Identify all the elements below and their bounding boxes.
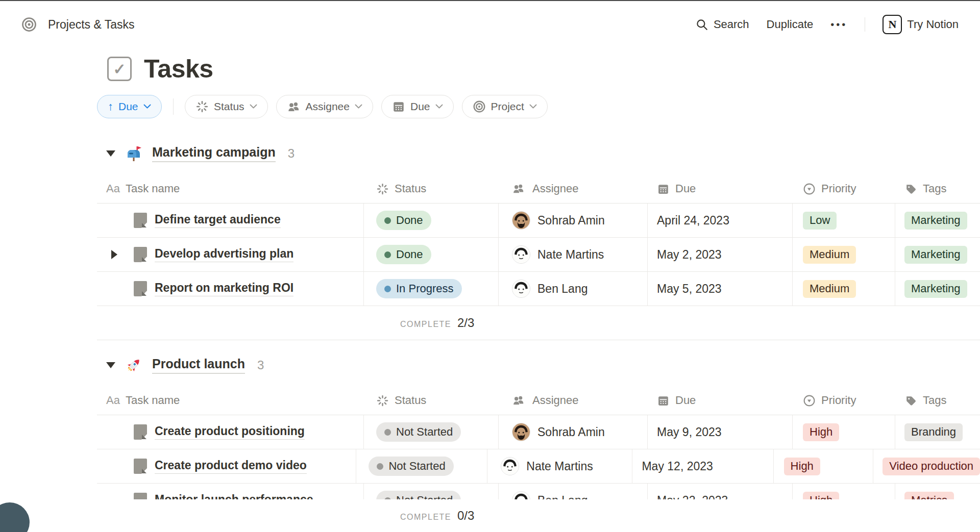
assignee-name: Nate Martins (537, 248, 604, 262)
filter-label: Due (410, 100, 430, 113)
tags-cell[interactable]: Video production (873, 449, 980, 483)
priority-cell[interactable]: High (774, 449, 874, 483)
target-icon (21, 17, 37, 32)
column-header-task-name[interactable]: AaTask name (97, 386, 364, 415)
text-icon: Aa (106, 394, 120, 407)
assignee-cell[interactable]: Nate Martins (487, 449, 632, 483)
assignee-name: Ben Lang (537, 282, 587, 296)
group-header: Marketing campaign 3 (106, 142, 980, 165)
calendar-icon (392, 100, 405, 113)
filter-pill-project[interactable]: Project (462, 95, 548, 118)
duplicate-button[interactable]: Duplicate (767, 18, 814, 31)
table-row[interactable]: Develop advertising plan Done Nate Marti… (97, 238, 980, 272)
status-dot-icon (384, 217, 391, 224)
checkbox-icon: ✓ (107, 57, 132, 81)
assignee-cell[interactable]: Nate Martins (499, 238, 648, 271)
tags-cell[interactable]: Marketing (895, 272, 980, 306)
priority-cell[interactable]: Low (793, 204, 895, 237)
group-count: 3 (257, 358, 264, 372)
priority-cell[interactable]: High (793, 415, 895, 449)
sort-pill-due[interactable]: ↑ Due (97, 95, 162, 118)
status-cell[interactable]: Not Started (364, 415, 499, 449)
assignee-name: Sohrab Amin (537, 214, 605, 227)
group-title[interactable]: Marketing campaign (152, 145, 276, 162)
column-header-tags[interactable]: Tags (895, 174, 980, 203)
assignee-cell[interactable]: Sohrab Amin (499, 204, 648, 237)
try-notion-button[interactable]: N Try Notion (883, 15, 959, 34)
filter-label: Status (214, 100, 244, 113)
group-title[interactable]: Product launch (152, 357, 245, 374)
chevron-down-icon (355, 104, 362, 109)
column-header-due[interactable]: Due (648, 386, 793, 415)
due-cell[interactable]: May 12, 2023 (632, 449, 773, 483)
due-cell[interactable]: May 2, 2023 (648, 238, 793, 271)
tag-pill: Branding (904, 423, 963, 441)
column-header-tags[interactable]: Tags (895, 386, 980, 415)
group-marketing-campaign: Marketing campaign 3 AaTask name Status … (97, 142, 980, 340)
sticky-calculation-row[interactable]: COMPLETE 0/3 (0, 499, 980, 532)
status-cell[interactable]: Done (364, 204, 499, 237)
task-title[interactable]: Develop advertising plan (155, 247, 293, 262)
more-options-button[interactable]: ••• (830, 19, 847, 31)
filter-pill-assignee[interactable]: Assignee (276, 95, 373, 118)
assignee-cell[interactable]: Ben Lang (499, 272, 648, 306)
tasks-table: AaTask name Status Assignee Due Priority… (97, 386, 980, 518)
due-cell[interactable]: May 9, 2023 (648, 415, 793, 449)
priority-pill: High (784, 458, 820, 475)
column-header-task-name[interactable]: AaTask name (97, 174, 364, 203)
column-header-due[interactable]: Due (648, 174, 793, 203)
people-icon (287, 100, 301, 114)
table-row[interactable]: Create product positioning Not Started S… (97, 415, 980, 449)
notion-logo-icon: N (883, 15, 902, 34)
filter-pill-status[interactable]: Status (185, 95, 268, 118)
status-cell[interactable]: Done (364, 238, 499, 271)
table-row[interactable]: Create product demo video Not Started Na… (97, 449, 980, 484)
tags-cell[interactable]: Marketing (895, 238, 980, 271)
calendar-icon (657, 183, 670, 195)
priority-cell[interactable]: Medium (793, 272, 895, 306)
row-expand-toggle[interactable] (111, 250, 134, 259)
column-header-assignee[interactable]: Assignee (499, 174, 648, 203)
calculation-row[interactable]: COMPLETE 2/3 (97, 306, 980, 340)
table-row[interactable]: Define target audience Done Sohrab Amin … (97, 204, 980, 238)
priority-cell[interactable]: Medium (793, 238, 895, 271)
column-header-assignee[interactable]: Assignee (499, 386, 648, 415)
status-cell[interactable]: Not Started (356, 449, 487, 483)
more-icon: ••• (830, 19, 847, 31)
search-button[interactable]: Search (695, 18, 749, 31)
avatar (501, 457, 519, 475)
workspace-title[interactable]: Projects & Tasks (48, 18, 135, 32)
priority-icon (803, 183, 816, 195)
status-spinner-icon (376, 394, 389, 407)
due-cell[interactable]: May 5, 2023 (648, 272, 793, 306)
column-header-priority[interactable]: Priority (793, 386, 895, 415)
page-title[interactable]: Tasks (144, 54, 213, 84)
priority-pill: Low (803, 212, 837, 230)
task-title[interactable]: Create product demo video (155, 459, 307, 474)
filter-divider (173, 98, 174, 115)
column-header-priority[interactable]: Priority (793, 174, 895, 203)
chevron-down-icon (143, 104, 151, 109)
column-header-status[interactable]: Status (364, 174, 499, 203)
due-cell[interactable]: April 24, 2023 (648, 204, 793, 237)
group-collapse-toggle[interactable] (106, 362, 115, 368)
avatar (512, 280, 530, 298)
filter-pill-due[interactable]: Due (381, 95, 454, 118)
status-dot-icon (377, 463, 383, 470)
chevron-down-icon (250, 104, 257, 109)
tags-cell[interactable]: Marketing (895, 204, 980, 237)
table-header-row: AaTask name Status Assignee Due Priority… (97, 174, 980, 204)
rocket-icon (125, 356, 143, 374)
group-collapse-toggle[interactable] (106, 150, 115, 157)
due-date: May 12, 2023 (642, 460, 713, 473)
table-row[interactable]: Report on marketing ROI In Progress Ben … (97, 272, 980, 306)
assignee-cell[interactable]: Sohrab Amin (499, 415, 648, 449)
status-cell[interactable]: In Progress (364, 272, 499, 306)
status-label: In Progress (396, 282, 454, 295)
task-title[interactable]: Define target audience (155, 213, 281, 228)
tags-cell[interactable]: Branding (895, 415, 980, 449)
column-header-status[interactable]: Status (364, 386, 499, 415)
complete-label: COMPLETE (400, 320, 451, 329)
task-title[interactable]: Create product positioning (155, 424, 305, 440)
task-title[interactable]: Report on marketing ROI (155, 281, 293, 296)
